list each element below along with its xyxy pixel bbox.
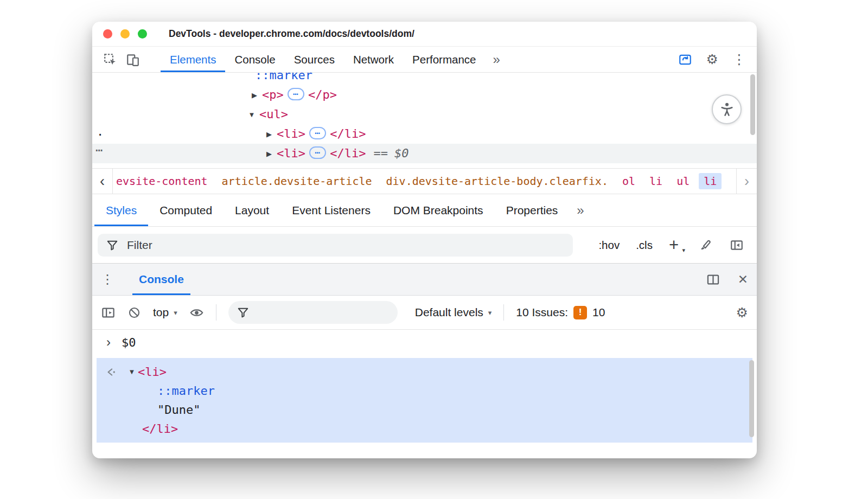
- tab-styles[interactable]: Styles: [94, 194, 148, 226]
- gutter-ellipsis: ⋯: [95, 143, 103, 157]
- tab-sources[interactable]: Sources: [285, 47, 344, 72]
- dropdown-caret-icon: ▾: [488, 309, 492, 317]
- disclosure-right-icon[interactable]: ▶: [247, 86, 262, 105]
- breadcrumb-li-selected[interactable]: li: [699, 173, 722, 189]
- main-menu-kebab-icon[interactable]: ⋮: [732, 53, 746, 66]
- tab-elements[interactable]: Elements: [161, 47, 225, 72]
- breadcrumb-scroll-left-icon[interactable]: ‹: [92, 169, 113, 194]
- console-filter-pill[interactable]: [228, 301, 398, 324]
- console-settings-gear-icon[interactable]: ⚙: [736, 306, 748, 319]
- dom-node-marker[interactable]: ::marker: [92, 73, 757, 85]
- breadcrumb-scroll-right-icon[interactable]: ›: [736, 169, 757, 194]
- console-toolbar: top▾ Default levels▾ 10 Issues: ! 10 ⚙: [92, 296, 757, 330]
- settings-gear-icon[interactable]: ⚙: [706, 53, 718, 66]
- filter-funnel-icon: [106, 239, 118, 251]
- console-evaluated-line[interactable]: › $0: [92, 330, 757, 355]
- disclosure-right-icon[interactable]: ▶: [261, 144, 277, 164]
- dom-node-li-1[interactable]: ▶<li>⋯</li>: [92, 124, 757, 144]
- toggle-element-state-button[interactable]: :hov: [598, 239, 620, 252]
- new-style-rule-button[interactable]: +▾: [669, 235, 683, 255]
- inspect-element-icon[interactable]: [103, 53, 117, 67]
- collapsed-ellipsis-icon[interactable]: ⋯: [309, 127, 326, 139]
- dom-node-ul[interactable]: ▼<ul>: [92, 105, 757, 124]
- issues-count: 10: [592, 306, 605, 319]
- toolbar-divider: [503, 304, 504, 321]
- console-result-text: "Dune": [97, 400, 752, 419]
- close-drawer-icon[interactable]: ✕: [738, 272, 748, 287]
- console-filter-input[interactable]: [256, 305, 405, 319]
- tab-dom-breakpoints[interactable]: DOM Breakpoints: [382, 194, 495, 226]
- filter-funnel-icon: [237, 306, 249, 318]
- tab-event-listeners[interactable]: Event Listeners: [280, 194, 382, 226]
- log-levels-dropdown[interactable]: Default levels▾: [415, 306, 492, 319]
- dom-node-li-selected[interactable]: ▶<li>⋯</li>==$0: [92, 144, 757, 163]
- breadcrumb-div[interactable]: div.devsite-article-body.clearfix.: [386, 175, 608, 188]
- breadcrumb-li[interactable]: li: [649, 175, 662, 188]
- console-sidebar-icon[interactable]: [101, 305, 116, 320]
- issues-badge-icon: !: [573, 306, 587, 319]
- console-result-block: ▼<li> ::marker "Dune" </li>: [97, 358, 752, 443]
- disclosure-down-icon[interactable]: ▼: [244, 105, 259, 125]
- issues-counter[interactable]: 10 Issues: ! 10: [516, 306, 605, 319]
- minimize-window-button[interactable]: [120, 29, 130, 39]
- dollar-zero-reference: $0: [394, 146, 409, 160]
- disclosure-right-icon[interactable]: ▶: [261, 125, 277, 144]
- drawer-menu-kebab-icon[interactable]: ⋮: [101, 264, 119, 295]
- elements-panel: ::marker ▶<p>⋯</p> ▼<ul> ▶<li>⋯</li> ▶<l…: [92, 73, 757, 168]
- console-scrollbar-thumb[interactable]: [749, 360, 754, 437]
- window-title: DevTools - developer.chrome.com/docs/dev…: [169, 28, 414, 40]
- tag-close: </p>: [308, 88, 337, 101]
- elements-scrollbar-thumb[interactable]: [750, 74, 755, 135]
- console-result-li-open[interactable]: ▼<li>: [97, 362, 752, 381]
- console-prompt-icon: ›: [106, 335, 111, 350]
- rendering-brush-icon[interactable]: [699, 238, 713, 252]
- titlebar: DevTools - developer.chrome.com/docs/dev…: [92, 22, 757, 47]
- tag-close: </li>: [330, 127, 366, 140]
- evaluated-expression: $0: [122, 336, 136, 349]
- dom-node-p[interactable]: ▶<p>⋯</p>: [92, 85, 757, 105]
- tag-close: </li>: [330, 146, 366, 160]
- clear-console-icon[interactable]: [127, 306, 141, 319]
- new-style-rule-caret-icon: ▾: [682, 247, 685, 254]
- styles-filter-pill[interactable]: [98, 234, 573, 257]
- more-tabs-icon[interactable]: »: [485, 47, 507, 72]
- tab-performance[interactable]: Performance: [403, 47, 485, 72]
- live-expression-eye-icon[interactable]: [189, 305, 204, 320]
- breadcrumb-article[interactable]: article.devsite-article: [222, 175, 372, 188]
- styles-filter-input[interactable]: [126, 238, 564, 252]
- issues-label: 10 Issues:: [516, 306, 568, 319]
- breadcrumb-devsite-content[interactable]: evsite-content: [116, 175, 208, 188]
- drawer-tab-console[interactable]: Console: [132, 264, 190, 295]
- tab-properties[interactable]: Properties: [495, 194, 570, 226]
- javascript-context-dropdown[interactable]: top▾: [153, 306, 177, 319]
- string-value: "Dune": [157, 403, 200, 417]
- element-classes-button[interactable]: .cls: [636, 239, 653, 252]
- breadcrumb-ol[interactable]: ol: [622, 175, 635, 188]
- tag-close: </li>: [142, 422, 178, 436]
- console-result-marker[interactable]: ::marker: [97, 381, 752, 400]
- tab-network[interactable]: Network: [344, 47, 403, 72]
- close-window-button[interactable]: [103, 29, 112, 39]
- marker-pseudo-element: ::marker: [157, 384, 215, 398]
- console-messages: › $0 ▼<li> ::marker "Dune": [92, 330, 757, 458]
- disclosure-down-icon[interactable]: ▼: [126, 362, 138, 381]
- dock-sidebar-icon[interactable]: [730, 238, 744, 252]
- collapsed-ellipsis-icon[interactable]: ⋯: [288, 88, 304, 100]
- breadcrumb-ul[interactable]: ul: [676, 175, 690, 188]
- accessibility-button[interactable]: [712, 94, 742, 124]
- tab-layout[interactable]: Layout: [224, 194, 280, 226]
- console-result-li-close: </li>: [97, 419, 752, 438]
- split-panel-icon[interactable]: [706, 272, 720, 287]
- tag-open: <li>: [277, 127, 305, 140]
- sync-feature-icon[interactable]: [678, 53, 692, 67]
- more-styles-tabs-icon[interactable]: »: [569, 194, 591, 226]
- toolbar-divider: [216, 304, 216, 321]
- tab-computed[interactable]: Computed: [148, 194, 224, 226]
- tab-console[interactable]: Console: [225, 47, 284, 72]
- main-toolbar: Elements Console Sources Network Perform…: [92, 47, 757, 73]
- zoom-window-button[interactable]: [138, 29, 147, 39]
- tag-open: <p>: [262, 88, 284, 101]
- styles-tab-bar: Styles Computed Layout Event Listeners D…: [92, 194, 757, 227]
- collapsed-ellipsis-icon[interactable]: ⋯: [309, 146, 326, 159]
- device-toolbar-icon[interactable]: [126, 53, 140, 67]
